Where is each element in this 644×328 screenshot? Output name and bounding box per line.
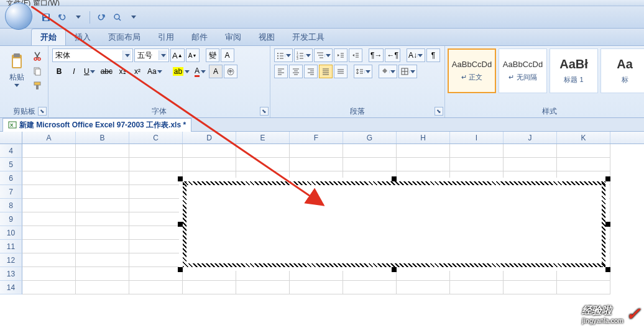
copy-icon[interactable] — [30, 65, 44, 77]
cell[interactable] — [450, 158, 504, 171]
cell[interactable] — [129, 267, 183, 281]
qat-customize[interactable] — [126, 11, 141, 24]
cell[interactable] — [22, 281, 76, 294]
paste-button[interactable]: 粘贴 — [4, 50, 29, 92]
style-card-1[interactable]: AaBbCcDd↵ 无间隔 — [499, 48, 547, 93]
cell[interactable] — [236, 158, 290, 171]
bullets-button[interactable] — [274, 48, 293, 62]
cell[interactable] — [22, 144, 76, 158]
cell[interactable] — [76, 253, 129, 267]
cell[interactable] — [76, 212, 129, 226]
tab-review[interactable]: 审阅 — [216, 29, 250, 45]
column-header[interactable]: E — [236, 132, 290, 144]
column-header[interactable]: H — [397, 132, 450, 144]
column-header[interactable]: C — [129, 132, 183, 144]
cell[interactable] — [76, 144, 129, 158]
cell[interactable] — [183, 281, 236, 294]
row-header[interactable]: 6 — [0, 171, 22, 185]
cell[interactable] — [22, 226, 76, 240]
clipboard-launcher[interactable]: ⬊ — [38, 107, 47, 116]
ltr-button[interactable]: ¶→ — [369, 48, 384, 62]
cell[interactable] — [236, 281, 290, 294]
tab-page-layout[interactable]: 页面布局 — [99, 29, 149, 45]
cell[interactable] — [183, 158, 236, 171]
cell[interactable] — [76, 226, 129, 240]
rtl-button[interactable]: ←¶ — [385, 48, 400, 62]
multilevel-list-button[interactable] — [314, 48, 333, 62]
cell[interactable] — [129, 199, 183, 212]
style-card-0[interactable]: AaBbCcDd↵ 正文 — [448, 48, 496, 93]
row-header[interactable]: 10 — [0, 226, 22, 240]
row-header[interactable]: 8 — [0, 199, 22, 212]
font-launcher[interactable]: ⬊ — [260, 107, 269, 116]
row-header[interactable]: 7 — [0, 185, 22, 199]
cell[interactable] — [450, 281, 504, 294]
tab-developer[interactable]: 开发工具 — [283, 29, 333, 45]
document-tab[interactable]: X 新建 Microsoft Office Excel 97-2003 工作表.… — [2, 118, 191, 132]
cell[interactable] — [76, 199, 129, 212]
align-left-button[interactable] — [274, 65, 288, 78]
undo-dropdown[interactable] — [71, 11, 86, 24]
paragraph-launcher[interactable]: ⬊ — [435, 107, 443, 116]
resize-handle-tm[interactable] — [392, 176, 397, 181]
cut-icon[interactable] — [30, 50, 44, 62]
cell[interactable] — [397, 144, 450, 158]
distribute-button[interactable] — [334, 65, 347, 78]
cell[interactable] — [129, 281, 183, 294]
grow-font-button[interactable]: A▲ — [170, 48, 185, 62]
style-card-2[interactable]: AaBł标题 1 — [550, 48, 598, 93]
cell[interactable] — [22, 240, 76, 253]
cell[interactable] — [397, 281, 450, 294]
resize-handle-bl[interactable] — [178, 267, 183, 272]
align-center-button[interactable] — [289, 65, 303, 78]
cell[interactable] — [129, 144, 183, 158]
row-header[interactable]: 14 — [0, 281, 22, 294]
bold-button[interactable]: B — [52, 65, 66, 78]
cell[interactable] — [290, 158, 343, 171]
cell[interactable] — [343, 281, 397, 294]
cell[interactable] — [22, 171, 76, 185]
justify-button[interactable] — [319, 65, 333, 78]
superscript-button[interactable]: x² — [131, 65, 144, 78]
style-card-3[interactable]: Aa标 — [600, 48, 644, 93]
highlight-button[interactable]: ab — [171, 65, 191, 78]
cell[interactable] — [22, 199, 76, 212]
cell[interactable] — [76, 185, 129, 199]
cell[interactable] — [22, 212, 76, 226]
font-size-combo[interactable]: 五号 — [134, 48, 169, 62]
cell[interactable] — [129, 158, 183, 171]
row-header[interactable]: 12 — [0, 253, 22, 267]
cell[interactable] — [76, 281, 129, 294]
change-case-button[interactable]: Aa — [145, 65, 165, 78]
cell[interactable] — [290, 281, 343, 294]
save-icon[interactable] — [39, 11, 53, 24]
column-header[interactable]: F — [290, 132, 343, 144]
cell[interactable] — [290, 144, 343, 158]
cell[interactable] — [397, 158, 450, 171]
increase-indent-button[interactable] — [349, 48, 362, 62]
cell[interactable] — [557, 158, 610, 171]
cell[interactable] — [504, 144, 557, 158]
line-spacing-button[interactable] — [354, 65, 372, 78]
column-header[interactable]: G — [343, 132, 397, 144]
cell[interactable] — [343, 144, 397, 158]
column-header[interactable]: K — [557, 132, 610, 144]
embedded-object[interactable] — [179, 178, 609, 271]
italic-button[interactable]: I — [67, 65, 81, 78]
shrink-font-button[interactable]: A▼ — [186, 48, 200, 62]
cell[interactable] — [183, 144, 236, 158]
resize-handle-ml[interactable] — [178, 222, 183, 227]
format-painter-icon[interactable] — [30, 80, 44, 92]
font-family-combo[interactable]: 宋体 — [52, 48, 133, 62]
column-header[interactable]: D — [183, 132, 236, 144]
cell[interactable] — [76, 267, 129, 281]
resize-handle-tl[interactable] — [178, 176, 183, 181]
row-header[interactable]: 5 — [0, 158, 22, 171]
cell[interactable] — [22, 267, 76, 281]
cell[interactable] — [22, 253, 76, 267]
cell[interactable] — [450, 144, 504, 158]
menu-window[interactable]: 窗口(W) — [33, 0, 60, 6]
resize-handle-mr[interactable] — [605, 222, 610, 227]
cell[interactable] — [22, 185, 76, 199]
cell[interactable] — [504, 281, 557, 294]
